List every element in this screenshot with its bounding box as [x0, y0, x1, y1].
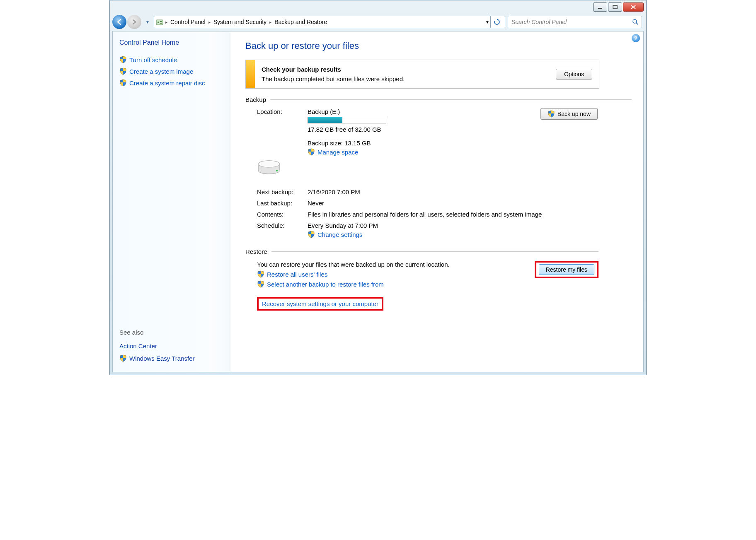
create-repair-disc-link[interactable]: Create a system repair disc	[119, 77, 224, 89]
shield-icon	[119, 79, 127, 87]
history-dropdown-icon[interactable]: ▼	[144, 20, 151, 24]
schedule-label: Schedule:	[245, 222, 308, 229]
warning-strip-icon	[246, 60, 255, 88]
disk-usage-bar	[308, 117, 386, 123]
free-space-text: 17.82 GB free of 32.00 GB	[308, 126, 506, 133]
recover-system-link[interactable]: Recover system settings or your computer	[262, 300, 378, 307]
create-system-image-link[interactable]: Create a system image	[119, 65, 224, 77]
svg-rect-1	[613, 5, 617, 9]
select-other-backup-link[interactable]: Select another backup to restore files f…	[257, 280, 450, 288]
restore-my-files-button[interactable]: Restore my files	[539, 264, 594, 275]
search-input[interactable]	[511, 18, 632, 26]
link-label: Change settings	[317, 231, 362, 238]
link-label: Select another backup to restore files f…	[267, 281, 384, 288]
shield-icon	[119, 68, 127, 75]
breadcrumb-backup-restore[interactable]: Backup and Restore	[274, 18, 328, 26]
backup-section-header: Backup	[245, 96, 632, 103]
chevron-right-icon[interactable]: ▸	[268, 20, 273, 24]
section-label: Restore	[245, 248, 267, 255]
control-panel-home-link[interactable]: Control Panel Home	[119, 39, 224, 46]
window: ▼ ▸ Control Panel ▸ System and Security …	[109, 0, 647, 375]
sidebar-item-label: Create a system image	[129, 68, 193, 75]
last-backup-label: Last backup:	[245, 200, 308, 207]
button-label: Back up now	[557, 111, 591, 117]
highlight-annotation: Recover system settings or your computer	[257, 297, 383, 311]
sidebar: Control Panel Home Turn off schedule Cre…	[113, 31, 231, 372]
shield-icon	[119, 354, 127, 362]
window-titlebar	[110, 0, 646, 13]
shield-icon	[257, 280, 264, 288]
svg-rect-0	[598, 8, 602, 9]
action-center-link[interactable]: Action Center	[119, 340, 224, 352]
restore-all-users-link[interactable]: Restore all users' files	[257, 270, 450, 278]
page-title: Back up or restore your files	[245, 41, 632, 51]
sidebar-item-label: Windows Easy Transfer	[129, 355, 195, 362]
breadcrumb-system-security[interactable]: System and Security	[213, 18, 267, 26]
svg-point-3	[158, 22, 159, 23]
restore-description: You can restore your files that were bac…	[257, 261, 450, 268]
forward-button[interactable]	[127, 15, 141, 29]
address-dropdown-icon[interactable]: ▼	[485, 20, 489, 24]
search-bar[interactable]	[508, 16, 642, 28]
backup-location-name: Backup (E:)	[308, 108, 506, 115]
help-icon[interactable]: ?	[632, 34, 640, 42]
refresh-button[interactable]	[490, 16, 503, 28]
sidebar-item-label: Turn off schedule	[129, 56, 177, 63]
main-panel: ? Back up or restore your files Check yo…	[231, 31, 643, 372]
windows-easy-transfer-link[interactable]: Windows Easy Transfer	[119, 352, 224, 364]
manage-space-link[interactable]: Manage space	[308, 148, 506, 156]
svg-line-7	[636, 23, 638, 24]
last-backup-value: Never	[308, 200, 598, 207]
back-button[interactable]	[112, 15, 126, 29]
minimize-button[interactable]	[593, 2, 607, 12]
shield-icon	[308, 231, 315, 238]
svg-rect-4	[160, 21, 162, 22]
contents-value: Files in libraries and personal folders …	[308, 211, 598, 218]
section-label: Backup	[245, 96, 266, 103]
chevron-right-icon[interactable]: ▸	[207, 20, 212, 24]
link-label: Restore all users' files	[267, 271, 327, 278]
shield-icon	[308, 148, 315, 156]
svg-point-6	[633, 19, 637, 23]
svg-point-10	[276, 170, 278, 171]
next-backup-value: 2/16/2020 7:00 PM	[308, 188, 598, 195]
backup-details: Location: Backup (E:) 17.82 GB free of 3…	[245, 108, 598, 238]
shield-icon	[119, 56, 127, 63]
link-label: Manage space	[317, 149, 358, 156]
options-button[interactable]: Options	[556, 69, 592, 80]
next-backup-label: Next backup:	[245, 188, 308, 195]
svg-rect-2	[156, 20, 163, 25]
restore-section-header: Restore	[245, 248, 598, 255]
drive-icon	[257, 160, 281, 176]
address-bar[interactable]: ▸ Control Panel ▸ System and Security ▸ …	[154, 16, 505, 28]
maximize-button[interactable]	[608, 2, 622, 12]
svg-rect-5	[160, 23, 162, 24]
svg-point-9	[258, 161, 280, 167]
schedule-value: Every Sunday at 7:00 PM	[308, 222, 598, 229]
notice-title: Check your backup results	[262, 66, 341, 73]
see-also-heading: See also	[119, 329, 224, 336]
sidebar-item-label: Create a system repair disc	[129, 80, 205, 87]
location-cell: Backup (E:) 17.82 GB free of 32.00 GB Ba…	[308, 108, 506, 156]
navigation-bar: ▼ ▸ Control Panel ▸ System and Security …	[110, 13, 646, 31]
location-label: Location:	[245, 108, 308, 115]
shield-icon	[548, 110, 555, 118]
contents-label: Contents:	[245, 211, 308, 218]
shield-icon	[257, 270, 264, 278]
content-area: Control Panel Home Turn off schedule Cre…	[112, 31, 644, 372]
control-panel-icon	[156, 18, 163, 26]
backup-now-button[interactable]: Back up now	[540, 108, 598, 120]
notice-body-text: The backup completed but some files were…	[262, 75, 405, 82]
close-button[interactable]	[623, 2, 644, 12]
see-also-section: See also Action Center Windows Easy Tran…	[119, 329, 224, 364]
highlight-annotation: Restore my files	[535, 261, 598, 278]
breadcrumb-control-panel[interactable]: Control Panel	[170, 18, 206, 26]
chevron-right-icon[interactable]: ▸	[164, 20, 169, 24]
change-settings-link[interactable]: Change settings	[308, 231, 598, 238]
restore-section: Restore You can restore your files that …	[245, 248, 598, 311]
backup-results-notice: Check your backup results The backup com…	[245, 60, 599, 89]
turn-off-schedule-link[interactable]: Turn off schedule	[119, 54, 224, 65]
search-icon[interactable]	[632, 18, 639, 26]
notice-text: Check your backup results The backup com…	[262, 66, 405, 82]
backup-size-text: Backup size: 13.15 GB	[308, 140, 506, 147]
